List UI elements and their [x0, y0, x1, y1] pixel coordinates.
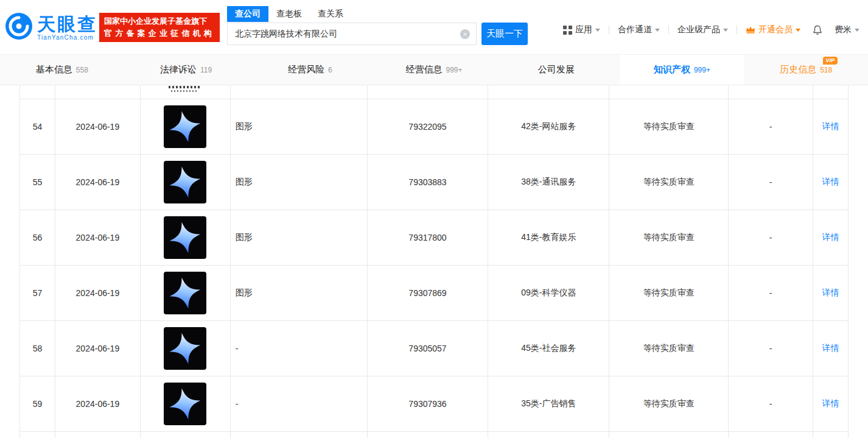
trademark-class: 42类-网站服务: [488, 99, 609, 154]
caret-down-icon: [655, 29, 660, 32]
table-row: 59 2024-06-19 - 79307936 35类-广告销售 等待实质审查…: [20, 376, 849, 432]
registration-number: 79307869: [368, 266, 489, 320]
nav-item-open-membership[interactable]: 开通会员: [746, 24, 800, 35]
nav-apps-label: 应用: [575, 24, 592, 35]
apply-date: 2024-06-19: [55, 210, 141, 265]
trademark-class: 38类-通讯服务: [488, 155, 609, 210]
tab-history-info[interactable]: VIP 历史信息 518: [744, 55, 868, 85]
trademark-status: 等待实质审查: [609, 210, 729, 265]
trademark-image-cell: [141, 99, 231, 154]
row-index: 59: [20, 376, 55, 431]
search-tab-company[interactable]: 查公司: [227, 6, 268, 22]
placeholder-dash: -: [729, 266, 813, 320]
nav-item-enterprise[interactable]: 企业级产品: [677, 24, 728, 35]
nav-member-label: 开通会员: [758, 24, 793, 35]
apps-icon: [563, 26, 572, 35]
trademark-logo-image[interactable]: [164, 272, 206, 314]
trademark-status: 等待实质审查: [609, 266, 729, 320]
apply-date: 2024-06-19: [55, 321, 141, 376]
tab-count: 558: [76, 66, 88, 74]
tab-label: 基本信息: [36, 64, 72, 76]
search-button[interactable]: 天眼一下: [481, 23, 528, 45]
row-index: 54: [20, 99, 55, 154]
placeholder-dash: -: [729, 376, 813, 431]
vip-badge: VIP: [823, 57, 838, 65]
apply-date: 2024-06-19: [55, 99, 141, 154]
member-crown-icon: [746, 26, 755, 34]
trademark-table: 54 2024-06-19 图形 79322095 42类-网站服务 等待实质审…: [19, 85, 849, 438]
detail-link[interactable]: 详情: [822, 121, 839, 132]
registration-number: 79305057: [368, 321, 489, 376]
tab-business-info[interactable]: 经营信息 999+: [372, 55, 496, 85]
placeholder-dash: -: [729, 155, 813, 210]
tab-legal-proceedings[interactable]: 法律诉讼 119: [124, 55, 248, 85]
search-input[interactable]: [228, 23, 476, 44]
trademark-logo-image[interactable]: [164, 327, 206, 370]
trademark-name: 图形: [231, 155, 368, 210]
trademark-logo-image[interactable]: [164, 216, 206, 259]
tab-basic-info[interactable]: 基本信息 558: [0, 55, 124, 85]
nav-item-cooperation[interactable]: 合作通道: [618, 24, 660, 35]
gov-certification-badge: 国家中小企业发展子基金旗下 官方备案企业征信机构: [99, 13, 220, 42]
divider: [609, 26, 609, 34]
tianyancha-logo[interactable]: 天眼查 TianYanCha.com: [5, 12, 97, 43]
placeholder-dash: -: [729, 99, 813, 154]
registration-number: 79317800: [368, 210, 489, 265]
divider: [668, 26, 669, 34]
detail-link[interactable]: 详情: [822, 232, 839, 243]
detail-link[interactable]: 详情: [822, 343, 839, 354]
nav-enterprise-label: 企业级产品: [677, 24, 720, 35]
detail-link[interactable]: 详情: [822, 288, 839, 298]
detail-link[interactable]: 详情: [822, 398, 839, 409]
trademark-image-cell: [141, 266, 231, 320]
trademark-image-cell: [141, 210, 231, 265]
section-tabs: 基本信息 558 法律诉讼 119 经营风险 6 经营信息 999+ 公司发展 …: [0, 55, 868, 85]
clear-icon[interactable]: ×: [460, 29, 470, 39]
search-tabs: 查公司 查老板 查关系: [227, 6, 528, 22]
trademark-class: 45类-社会服务: [488, 321, 609, 376]
nav-user-label: 费米: [835, 24, 852, 35]
table-row: 57 2024-06-19 图形 79307869 09类-科学仪器 等待实质审…: [20, 266, 849, 321]
apply-date: 2024-06-19: [55, 376, 141, 431]
trademark-logo-image[interactable]: [164, 383, 206, 425]
tab-company-development[interactable]: 公司发展: [496, 55, 620, 85]
caret-down-icon: [723, 29, 728, 32]
notification-bell-icon[interactable]: [813, 25, 822, 35]
badge-line1: 国家中小企业发展子基金旗下: [104, 15, 215, 27]
nav-item-apps[interactable]: 应用: [563, 24, 600, 35]
trademark-status: 等待实质审查: [609, 321, 729, 376]
tab-label: 知识产权: [654, 64, 690, 76]
trademark-name: -: [231, 376, 368, 431]
row-index: 56: [20, 210, 55, 265]
divider: [737, 26, 737, 34]
tab-count: 6: [328, 66, 332, 74]
tianyancha-eye-icon: [5, 12, 33, 43]
table-row-partial-bottom: [20, 432, 849, 438]
apply-date: 2024-06-19: [55, 155, 141, 210]
trademark-image-cell: [141, 376, 231, 431]
tab-operating-risk[interactable]: 经营风险 6: [248, 55, 372, 85]
placeholder-dash: -: [729, 321, 813, 376]
user-nav: 应用 合作通道 企业级产品 开通会员 费米: [563, 24, 859, 35]
tab-label: 经营信息: [406, 64, 443, 76]
tab-count: 518: [820, 66, 832, 74]
trademark-name: -: [231, 321, 368, 376]
row-index: 58: [20, 321, 55, 376]
tab-label: 历史信息: [780, 64, 816, 76]
detail-link[interactable]: 详情: [822, 177, 839, 188]
tab-intellectual-property[interactable]: 知识产权 999+: [620, 55, 744, 85]
search-tab-relation[interactable]: 查关系: [310, 6, 351, 22]
search-tab-boss[interactable]: 查老板: [268, 6, 310, 22]
placeholder-dash: -: [729, 210, 813, 265]
trademark-table-body: 54 2024-06-19 图形 79322095 42类-网站服务 等待实质审…: [20, 99, 849, 432]
row-index: 57: [20, 266, 55, 320]
caret-down-icon: [855, 29, 859, 32]
table-row-partial-top: [20, 85, 849, 99]
trademark-logo-image[interactable]: [164, 161, 206, 203]
trademark-logo-image[interactable]: [164, 105, 206, 148]
caret-down-icon: [796, 29, 800, 32]
apply-date: 2024-06-19: [55, 266, 141, 320]
trademark-class: 09类-科学仪器: [488, 266, 609, 320]
nav-item-user[interactable]: 费米: [835, 24, 859, 35]
nav-cooperation-label: 合作通道: [618, 24, 652, 35]
